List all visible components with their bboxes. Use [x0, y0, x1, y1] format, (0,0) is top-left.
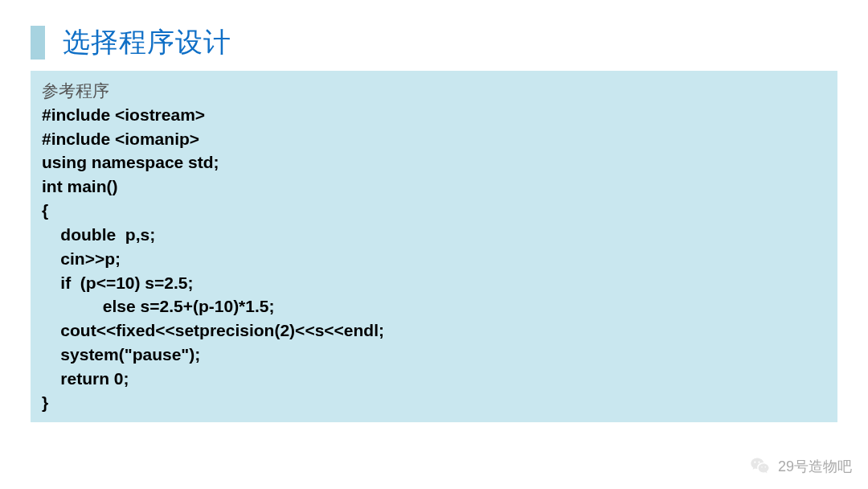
code-line: } [42, 391, 826, 415]
code-line: using namespace std; [42, 150, 826, 175]
watermark: 29号造物吧 [749, 455, 852, 478]
slide-title: 选择程序设计 [63, 24, 231, 61]
code-line: else s=2.5+(p-10)*1.5; [42, 294, 826, 318]
wechat-icon [749, 455, 772, 478]
code-line: int main() [42, 175, 826, 199]
code-line: cin>>p; [42, 247, 826, 271]
title-row: 选择程序设计 [31, 24, 837, 61]
code-line: system("pause"); [42, 343, 826, 367]
code-block: 参考程序 #include <iostream> #include <ioman… [31, 71, 837, 422]
code-line: #include <iostream> [42, 103, 826, 127]
code-line: #include <iomanip> [42, 127, 826, 151]
code-line: if (p<=10) s=2.5; [42, 271, 826, 295]
reference-label: 参考程序 [42, 79, 826, 103]
code-line: { [42, 199, 826, 223]
watermark-text: 29号造物吧 [778, 457, 852, 476]
slide-container: 选择程序设计 参考程序 #include <iostream> #include… [0, 0, 868, 489]
code-line: double p,s; [42, 223, 826, 247]
code-line: cout<<fixed<<setprecision(2)<<s<<endl; [42, 318, 826, 343]
code-line: return 0; [42, 367, 826, 391]
title-accent-bar [31, 26, 45, 60]
